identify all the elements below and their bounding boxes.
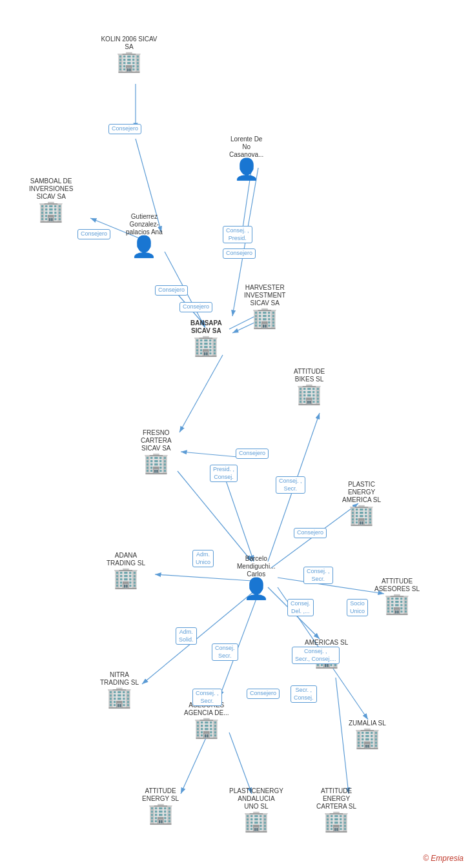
badge-consej-secr-3: Consej.Secr. [212, 643, 238, 661]
node-attitude-energy-cartera: ATTITUDEENERGYCARTERA SL 🏢 [316, 787, 356, 831]
svg-line-12 [178, 471, 252, 561]
svg-line-24 [226, 481, 254, 561]
building-icon-zumalia: 🏢 [354, 727, 380, 748]
badge-consej-secr-consej: Consej. ,Secr., Consej.... [292, 647, 340, 664]
node-attitude-asesores: ATTITUDEASESORES SL 🏢 [374, 578, 420, 614]
badge-consej-del: Consej.Del. ,... [287, 599, 314, 616]
building-icon-harvester: 🏢 [252, 307, 278, 328]
badge-consej-secr-1: Consej. ,Secr. [276, 476, 305, 494]
svg-line-9 [179, 355, 223, 432]
building-icon-attitude-energy-sl: 🏢 [148, 803, 174, 823]
node-adana: ADANATRADING SL 🏢 [107, 552, 145, 588]
badge-consejero-6: Consejero [294, 528, 327, 538]
building-icon-attitude-asesores: 🏢 [384, 593, 410, 614]
node-attitude-energy-sl: ATTITUDEENERGY SL 🏢 [142, 787, 179, 823]
connections-svg [0, 0, 470, 868]
building-icon-att-asesores: 🏢 [194, 717, 220, 738]
badge-consej-secr-4: Consej. ,Secr. [192, 689, 222, 706]
node-plastic-energy: PLASTICENERGYAMERICA SL 🏢 [342, 481, 381, 525]
building-icon-attitude-bikes: 🏢 [296, 383, 322, 404]
badge-consej-secr-2: Consej. ,Secr. [303, 567, 333, 584]
svg-line-17 [142, 590, 255, 684]
building-icon-nitra: 🏢 [107, 687, 132, 707]
svg-line-22 [336, 678, 349, 794]
badge-consejero-2: Consejero [77, 229, 110, 239]
building-icon-plasticenergy-andalucia: 🏢 [243, 811, 269, 831]
node-kolin: KOLIN 2006 SICAV SA 🏢 [100, 35, 158, 72]
svg-line-20 [181, 729, 210, 794]
badge-secr-consej: Secr. ,Consej. [291, 685, 317, 703]
badge-consejero-7: Consejero [247, 689, 280, 699]
badge-consejero-3: Consejero [223, 248, 256, 259]
node-fresno: FRESNOCARTERASICAV SA 🏢 [141, 429, 172, 473]
building-icon-samboal: 🏢 [38, 201, 64, 221]
badge-adm-unico: Adm.Unico [192, 550, 214, 567]
badge-consejero-4: Consejero [155, 285, 188, 296]
badge-consejero-5: Consejero [179, 302, 212, 312]
building-icon-bansapa: 🏢 [193, 335, 219, 356]
building-icon-attitude-energy-cartera: 🏢 [323, 811, 349, 831]
node-lorente: Lorente DeNoCasanova... 👤 [229, 136, 263, 179]
node-gutierrez: GutierrezGonzalez-palacios Ana 👤 [126, 213, 163, 257]
node-zumalia: ZUMALIA SL 🏢 [349, 720, 386, 748]
badge-consej-presid: Consej. ,Presid. [223, 226, 252, 243]
badge-adm-solid: Adm.Solid. [176, 627, 197, 645]
node-attitude-bikes: ATTITUDEBIKES SL 🏢 [294, 368, 325, 404]
badge-consejero-1: Consejero [108, 124, 141, 134]
node-bansapa: BANSAPASICAV SA 🏢 [190, 319, 222, 356]
building-icon-fresno: 🏢 [143, 452, 169, 473]
building-icon-plastic-energy: 🏢 [349, 504, 374, 525]
watermark: © Empresia [423, 854, 464, 863]
building-icon-kolin: 🏢 [116, 51, 142, 72]
graph-container: KOLIN 2006 SICAV SA 🏢 SAMBOAL DEINVERSIO… [0, 0, 470, 868]
node-plasticenergy-andalucia: PLASTICENERGYANDALUCIAUNO SL 🏢 [229, 787, 283, 831]
node-barcelo: BarceloMendiguchi...Carlos 👤 [237, 555, 275, 599]
svg-line-21 [229, 732, 252, 794]
person-icon-gutierrez: 👤 [131, 236, 157, 257]
node-harvester: HARVESTERINVESTMENTSICAV SA 🏢 [244, 284, 285, 328]
person-icon-barcelo: 👤 [243, 578, 269, 599]
person-icon-lorente: 👤 [234, 159, 260, 179]
badge-socio-unico: SocioUnico [347, 599, 368, 616]
node-nitra: NITRATRADING SL 🏢 [100, 671, 139, 707]
badge-presid-consej: Presid. ,Consej. [210, 465, 238, 482]
badge-consejero-fresno: Consejero [236, 449, 269, 459]
building-icon-adana: 🏢 [113, 567, 139, 588]
node-samboal: SAMBOAL DEINVERSIONESSICAV SA 🏢 [29, 177, 73, 221]
